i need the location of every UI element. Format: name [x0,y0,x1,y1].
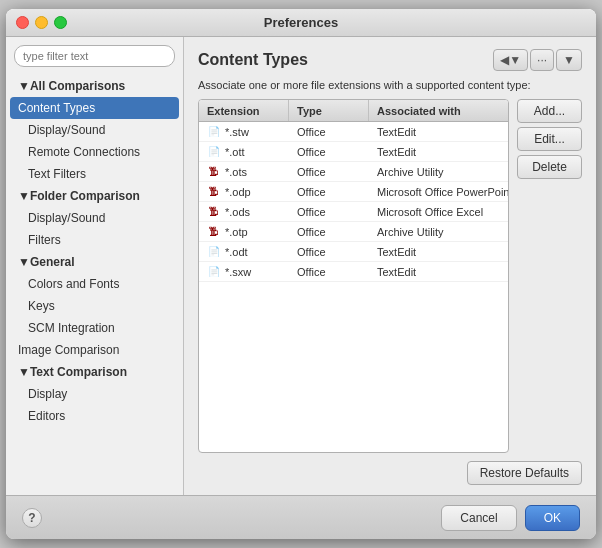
sidebar-item-scm-integration[interactable]: SCM Integration [6,317,183,339]
sidebar-item-colors-fonts[interactable]: Colors and Fonts [6,273,183,295]
sidebar-item-display[interactable]: Display [6,383,183,405]
sidebar-item-keys[interactable]: Keys [6,295,183,317]
nav-dropdown-icon: ▼ [563,53,575,67]
extension-value: *.stw [225,126,249,138]
cell-type: Office [289,244,369,260]
cell-type: Office [289,264,369,280]
main-header: Content Types ◀ ▼ ··· ▼ [198,49,582,71]
cell-extension: 🗜 *.odp [199,183,289,201]
table-row[interactable]: 📄 *.ott Office TextEdit [199,142,508,162]
cell-associated: Archive Utility [369,224,508,240]
ok-button[interactable]: OK [525,505,580,531]
bottom-bar: Restore Defaults [198,461,582,485]
extension-value: *.otp [225,226,248,238]
table-section: Extension Type Associated with 📄 *.stw O… [198,99,582,453]
section-description: Associate one or more file extensions wi… [198,79,582,91]
cell-extension: 🗜 *.ods [199,203,289,221]
edit-button[interactable]: Edit... [517,127,582,151]
table-row[interactable]: 📄 *.odt Office TextEdit [199,242,508,262]
table-row[interactable]: 🗜 *.ots Office Archive Utility [199,162,508,182]
cell-extension: 📄 *.stw [199,123,289,141]
footer-right: Cancel OK [441,505,580,531]
file-icon: 📄 [207,125,221,139]
minimize-button[interactable] [35,16,48,29]
maximize-button[interactable] [54,16,67,29]
cell-extension: 📄 *.ott [199,143,289,161]
cell-associated: Archive Utility [369,164,508,180]
sidebar-item-text-filters[interactable]: Text Filters [6,163,183,185]
back-button[interactable]: ◀ ▼ [493,49,528,71]
section-title: Content Types [198,51,308,69]
cell-extension: 🗜 *.otp [199,223,289,241]
extension-value: *.odp [225,186,251,198]
sidebar-group-folder-comparison[interactable]: ▼Folder Comparison [6,185,183,207]
archive-icon: 🗜 [207,185,221,199]
sidebar-item-editors[interactable]: Editors [6,405,183,427]
extension-value: *.ott [225,146,245,158]
sidebar-item-filters[interactable]: Filters [6,229,183,251]
file-icon: 📄 [207,245,221,259]
table-row[interactable]: 🗜 *.otp Office Archive Utility [199,222,508,242]
content-area: ▼All Comparisons Content Types Display/S… [6,37,596,495]
add-button[interactable]: Add... [517,99,582,123]
back-arrow-icon: ◀ [500,53,509,67]
nav-dropdown-button[interactable]: ▼ [556,49,582,71]
nav-buttons: ◀ ▼ ··· ▼ [493,49,582,71]
table-row[interactable]: 🗜 *.ods Office Microsoft Office Excel [199,202,508,222]
preferences-window: Preferences ▼All Comparisons Content Typ… [6,9,596,539]
search-box [14,45,175,67]
sidebar-group-text-comparison[interactable]: ▼Text Comparison [6,361,183,383]
close-button[interactable] [16,16,29,29]
table-row[interactable]: 🗜 *.odp Office Microsoft Office PowerPoi… [199,182,508,202]
sidebar: ▼All Comparisons Content Types Display/S… [6,37,184,495]
table-row[interactable]: 📄 *.sxw Office TextEdit [199,262,508,282]
col-header-type: Type [289,100,369,121]
cancel-button[interactable]: Cancel [441,505,516,531]
cell-associated: Microsoft Office Excel [369,204,508,220]
archive-icon: 🗜 [207,165,221,179]
cell-extension: 📄 *.sxw [199,263,289,281]
sidebar-item-remote-connections[interactable]: Remote Connections [6,141,183,163]
sidebar-item-display-sound-2[interactable]: Display/Sound [6,207,183,229]
search-input[interactable] [14,45,175,67]
help-button[interactable]: ? [22,508,42,528]
cell-type: Office [289,164,369,180]
table-row[interactable]: 📄 *.stw Office TextEdit [199,122,508,142]
sidebar-group-all-comparisons[interactable]: ▼All Comparisons [6,75,183,97]
content-types-table: Extension Type Associated with 📄 *.stw O… [198,99,509,453]
cell-extension: 📄 *.odt [199,243,289,261]
action-buttons: Add... Edit... Delete [517,99,582,453]
cell-type: Office [289,144,369,160]
file-icon: 📄 [207,265,221,279]
file-icon: 📄 [207,145,221,159]
window-controls [16,16,67,29]
sidebar-item-display-sound-1[interactable]: Display/Sound [6,119,183,141]
forward-dots-icon: ··· [537,53,547,67]
sidebar-group-general[interactable]: ▼General [6,251,183,273]
cell-type: Office [289,204,369,220]
archive-icon: 🗜 [207,205,221,219]
extension-value: *.ots [225,166,247,178]
sidebar-item-image-comparison[interactable]: Image Comparison [6,339,183,361]
cell-associated: TextEdit [369,244,508,260]
extension-value: *.odt [225,246,248,258]
cell-associated: Microsoft Office PowerPoint [369,184,508,200]
back-dropdown-icon: ▼ [509,53,521,67]
table-header: Extension Type Associated with [199,100,508,122]
cell-extension: 🗜 *.ots [199,163,289,181]
window-title: Preferences [264,15,338,30]
delete-button[interactable]: Delete [517,155,582,179]
table-body: 📄 *.stw Office TextEdit 📄 *.ott [199,122,508,452]
cell-associated: TextEdit [369,124,508,140]
titlebar: Preferences [6,9,596,37]
cell-associated: TextEdit [369,264,508,280]
cell-type: Office [289,184,369,200]
archive-icon: 🗜 [207,225,221,239]
restore-defaults-button[interactable]: Restore Defaults [467,461,582,485]
cell-associated: TextEdit [369,144,508,160]
sidebar-item-content-types[interactable]: Content Types [10,97,179,119]
forward-button[interactable]: ··· [530,49,554,71]
footer: ? Cancel OK [6,495,596,539]
col-header-associated: Associated with [369,100,508,121]
cell-type: Office [289,124,369,140]
